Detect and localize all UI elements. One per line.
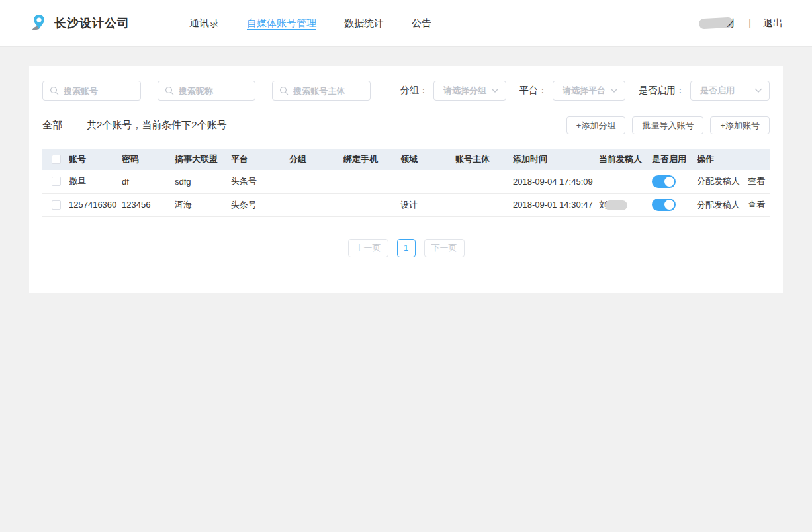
logout-button[interactable]: 退出 [763,17,783,30]
chevron-down-icon [754,88,762,93]
col-group: 分组 [289,149,343,170]
chevron-down-icon [491,88,499,93]
account-count-text: 共2个账号，当前条件下2个账号 [87,119,227,132]
add-group-button[interactable]: +添加分组 [566,116,626,134]
search-account-box [42,81,141,101]
search-subject-box [272,81,371,101]
cell-subject [455,170,513,193]
cell-platform: 头条号 [231,193,289,216]
current-page[interactable]: 1 [397,239,416,257]
enabled-filter: 是否启用： 是否启用 [639,81,770,101]
cell-nickname: 洱海 [175,193,231,216]
cell-added-time: 2018-09-01 14:30:47 [513,193,599,216]
nav-separator: | [748,18,751,28]
search-subject-input[interactable] [293,81,370,100]
toolbar: +添加分组 批量导入账号 +添加账号 [560,116,770,134]
nav-item-announcements[interactable]: 公告 [412,17,431,30]
top-navbar: 长沙设计公司 通讯录 自媒体账号管理 数据统计 公告 才 | 退出 [0,0,812,47]
content-card: 分组： 请选择分组 平台： 请选择平台 是否启用： 是否启用 [29,66,783,293]
cell-group [289,193,343,216]
cell-field [400,170,455,193]
col-phone: 绑定手机 [343,149,400,170]
search-nickname-box [158,81,256,101]
company-name: 长沙设计公司 [54,15,130,31]
filters-row: 分组： 请选择分组 平台： 请选择平台 是否启用： 是否启用 [42,81,770,101]
enabled-toggle[interactable] [652,175,676,188]
col-publisher: 当前发稿人 [599,149,652,170]
cell-group [289,170,343,193]
row-checkbox[interactable] [52,200,61,210]
col-nickname: 搞事大联盟 [175,149,231,170]
enabled-select[interactable]: 是否启用 [690,81,770,101]
cell-publisher: 刘 [599,193,652,216]
assign-publisher-link[interactable]: 分配发稿人 [697,200,740,210]
platform-select[interactable]: 请选择平台 [553,81,625,101]
cell-platform: 头条号 [231,170,289,193]
cell-account: 撒旦 [69,170,122,193]
username[interactable]: 才 [699,17,737,30]
nav-right: 才 | 退出 [699,17,783,30]
username-suffix: 才 [727,17,737,30]
table-header-row: 账号 密码 搞事大联盟 平台 分组 绑定手机 领域 账号主体 添加时间 当前发稿… [42,149,770,170]
next-page-button[interactable]: 下一页 [424,239,465,257]
toggle-knob [664,200,674,210]
assign-publisher-link[interactable]: 分配发稿人 [697,176,740,186]
search-nickname-input[interactable] [179,81,255,100]
cell-password: df [122,170,175,193]
cell-subject [455,193,513,216]
prev-page-button[interactable]: 上一页 [348,239,388,257]
accounts-table: 账号 密码 搞事大联盟 平台 分组 绑定手机 领域 账号主体 添加时间 当前发稿… [42,149,770,217]
cell-password: 123456 [122,193,175,216]
brand: 长沙设计公司 [29,13,130,33]
cell-phone [343,193,400,216]
view-link[interactable]: 查看 [748,200,765,210]
company-logo-icon [29,13,46,33]
search-account-input[interactable] [64,81,140,100]
col-added-time: 添加时间 [513,149,599,170]
chevron-down-icon [610,88,618,93]
col-enabled: 是否启用 [652,149,697,170]
cell-field: 设计 [400,193,455,216]
cell-added-time: 2018-09-04 17:45:09 [513,170,599,193]
platform-filter: 平台： 请选择平台 [519,81,625,101]
cell-nickname: sdfg [175,170,231,193]
group-filter: 分组： 请选择分组 [400,81,506,101]
col-subject: 账号主体 [455,149,513,170]
all-tab[interactable]: 全部 [42,119,62,132]
row-checkbox[interactable] [52,177,61,186]
add-account-button[interactable]: +添加账号 [710,116,770,134]
nav-item-statistics[interactable]: 数据统计 [344,17,384,30]
table-row: 1257416360 123456 洱海 头条号 设计 2018-09-01 1… [42,193,770,216]
platform-filter-label: 平台： [519,85,547,97]
select-all-checkbox[interactable] [52,155,61,164]
col-account: 账号 [69,149,122,170]
redacted-publisher-blob [605,200,627,210]
summary-row: 全部 共2个账号，当前条件下2个账号 +添加分组 批量导入账号 +添加账号 [42,116,770,134]
batch-import-button[interactable]: 批量导入账号 [632,116,703,134]
view-link[interactable]: 查看 [748,176,765,186]
toggle-knob [664,177,674,187]
group-select[interactable]: 请选择分组 [433,81,506,101]
pagination: 上一页 1 下一页 [42,239,770,257]
col-field: 领域 [400,149,455,170]
search-icon [50,86,59,95]
col-actions: 操作 [697,149,770,170]
table-row: 撒旦 df sdfg 头条号 2018-09-04 17:45:09 分配发稿人… [42,170,770,193]
main-nav: 通讯录 自媒体账号管理 数据统计 公告 [189,17,459,30]
col-password: 密码 [122,149,175,170]
nav-item-contacts[interactable]: 通讯录 [189,17,219,30]
search-icon [165,86,174,95]
nav-item-media-accounts[interactable]: 自媒体账号管理 [247,17,316,30]
enabled-filter-label: 是否启用： [639,85,685,97]
cell-phone [343,170,400,193]
cell-publisher [599,170,652,193]
col-platform: 平台 [231,149,289,170]
search-icon [279,86,289,95]
group-filter-label: 分组： [400,85,428,97]
enabled-toggle[interactable] [652,199,676,211]
cell-account: 1257416360 [69,193,122,216]
